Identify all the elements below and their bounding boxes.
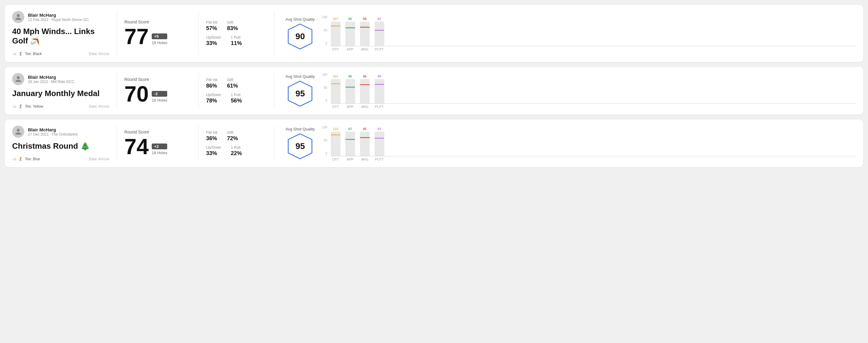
weather-icon: ☁️ bbox=[12, 104, 17, 108]
tee-row: ☁️🏌️Tee: Yellow bbox=[12, 104, 43, 108]
data-source: Data: Arccos bbox=[89, 52, 110, 56]
bar-value: 96 bbox=[363, 74, 366, 78]
score-row: 77+518 Holes bbox=[124, 26, 191, 48]
bar-accent bbox=[360, 27, 370, 28]
chart-wrapper: 100500110879593OTTAPPARGPUTT bbox=[322, 126, 856, 161]
quality-score: 90 bbox=[296, 32, 305, 41]
hexagon: 95 bbox=[286, 132, 314, 160]
user-name: Blair McHarg bbox=[28, 12, 89, 18]
tee-label: Tee: Blue bbox=[25, 157, 40, 161]
x-label: OTT bbox=[331, 48, 341, 51]
stat-item-1: GIR83% bbox=[227, 20, 238, 32]
bar-col-3: 82 bbox=[375, 17, 384, 46]
user-meta: 27 Dec 2021 · The Oxfordshire bbox=[28, 132, 78, 136]
holes-label: 18 Holes bbox=[152, 40, 167, 45]
tee-row: ☁️🏌️Tee: Black bbox=[12, 52, 42, 56]
bar-accent bbox=[331, 83, 341, 84]
y-label: 0 bbox=[326, 99, 328, 102]
y-label: 100 bbox=[322, 73, 328, 76]
bar-accent bbox=[331, 134, 341, 135]
stat-value: 86% bbox=[206, 83, 217, 89]
card-left: Blair McHarg29 Jan 2022 · Mill Ride GCCJ… bbox=[12, 73, 110, 108]
stat-name: FW Hit bbox=[206, 130, 217, 135]
quality-label: Avg Shot Quality bbox=[285, 127, 315, 131]
bar-outer bbox=[375, 132, 384, 156]
stats-section: FW Hit86%GIR61%Up/Down78%1 Putt56% bbox=[206, 73, 267, 108]
bar-value: 99 bbox=[377, 74, 381, 78]
chart-bars: 101869699 bbox=[331, 73, 856, 104]
x-label: ARG bbox=[360, 157, 370, 161]
score-number: 77 bbox=[124, 26, 149, 48]
stat-row-2: Up/Down33%1 Putt22% bbox=[206, 145, 267, 157]
user-meta: 12 Feb 2022 · Royal North Devon GC bbox=[28, 18, 89, 22]
bar-col-0: 107 bbox=[331, 17, 341, 46]
stat-item-1: GIR61% bbox=[227, 78, 238, 89]
stat-name: Up/Down bbox=[206, 35, 221, 39]
stat-name: FW Hit bbox=[206, 78, 217, 82]
divider-3 bbox=[274, 11, 275, 56]
bar-outer bbox=[360, 132, 370, 156]
user-row: Blair McHarg27 Dec 2021 · The Oxfordshir… bbox=[12, 126, 110, 138]
bar-col-1: 95 bbox=[345, 17, 355, 46]
y-label: 50 bbox=[324, 86, 327, 89]
divider-1 bbox=[117, 73, 117, 108]
score-section: Round Score77+518 Holes bbox=[124, 11, 191, 56]
data-source: Data: Arccos bbox=[89, 157, 110, 161]
stat-name: Up/Down bbox=[206, 145, 221, 150]
chart-x-labels: OTTAPPARGPUTT bbox=[331, 157, 856, 161]
x-label: APP bbox=[345, 48, 355, 51]
stat-value: 36% bbox=[206, 135, 217, 142]
user-info: Blair McHarg27 Dec 2021 · The Oxfordshir… bbox=[28, 127, 78, 136]
y-label: 100 bbox=[322, 126, 328, 129]
bar-value: 82 bbox=[377, 17, 381, 21]
bar-outer bbox=[345, 22, 355, 46]
divider-2 bbox=[198, 126, 199, 161]
score-badge: +2 bbox=[152, 144, 167, 149]
bar-col-1: 86 bbox=[345, 74, 355, 103]
score-label: Round Score bbox=[124, 20, 191, 24]
bar-outer bbox=[331, 22, 341, 46]
score-badge-col: +218 Holes bbox=[152, 144, 167, 157]
stat-value: 22% bbox=[231, 150, 242, 157]
data-source: Data: Arccos bbox=[89, 104, 110, 108]
bar-accent bbox=[360, 84, 370, 85]
quality-score: 95 bbox=[296, 89, 305, 98]
avatar bbox=[12, 11, 24, 23]
x-label: ARG bbox=[360, 105, 370, 108]
tee-label: Tee: Yellow bbox=[25, 104, 43, 108]
avatar bbox=[12, 73, 24, 85]
stat-row-1: FW Hit57%GIR83% bbox=[206, 20, 267, 32]
weather-icon: ☁️ bbox=[12, 52, 17, 56]
stat-row-1: FW Hit36%GIR72% bbox=[206, 130, 267, 142]
bar-col-2: 96 bbox=[360, 74, 370, 103]
user-row: Blair McHarg12 Feb 2022 · Royal North De… bbox=[12, 11, 110, 23]
quality-section: Avg Shot Quality 90 100500107959882OTTAP… bbox=[282, 11, 856, 56]
stat-name: 1 Putt bbox=[231, 35, 242, 39]
quality-score: 95 bbox=[296, 142, 305, 151]
bar-outer bbox=[375, 79, 384, 103]
stat-item-2: Up/Down78% bbox=[206, 93, 221, 104]
chart-wrapper: 100500107959882OTTAPPARGPUTT bbox=[322, 16, 856, 51]
y-label: 100 bbox=[322, 16, 328, 19]
stat-row-2: Up/Down78%1 Putt56% bbox=[206, 93, 267, 104]
chart-bars: 110879593 bbox=[331, 126, 856, 156]
bar-outer bbox=[345, 132, 355, 156]
stat-value: 61% bbox=[227, 83, 238, 89]
round-card-3: Blair McHarg27 Dec 2021 · The Oxfordshir… bbox=[5, 120, 863, 167]
bar-outer bbox=[345, 79, 355, 103]
bar-col-1: 87 bbox=[345, 127, 355, 156]
stat-value: 78% bbox=[206, 98, 221, 104]
x-label: PUTT bbox=[375, 48, 384, 51]
divider-3 bbox=[274, 126, 275, 161]
hexagon-container: Avg Shot Quality 95 bbox=[285, 74, 315, 107]
stat-item-3: 1 Putt56% bbox=[231, 93, 242, 104]
score-badge-col: -218 Holes bbox=[152, 91, 167, 105]
stats-section: FW Hit57%GIR83%Up/Down33%1 Putt11% bbox=[206, 11, 267, 56]
bar-value: 95 bbox=[348, 17, 352, 21]
divider-1 bbox=[117, 11, 117, 56]
chart-x-labels: OTTAPPARGPUTT bbox=[331, 105, 856, 108]
score-row: 74+218 Holes bbox=[124, 136, 191, 157]
score-row: 70-218 Holes bbox=[124, 83, 191, 105]
hexagon: 95 bbox=[286, 80, 314, 107]
stat-name: 1 Putt bbox=[231, 145, 242, 150]
